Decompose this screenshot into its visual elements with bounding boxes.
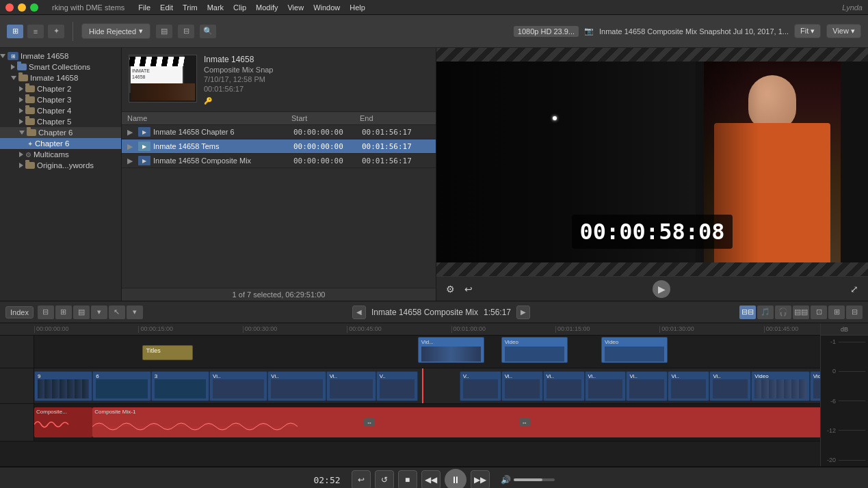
fit-btn[interactable]: Fit ▾ bbox=[794, 24, 821, 38]
table-row[interactable]: ▶ ▶ Inmate 14658 Composite Mix 00:00:00:… bbox=[122, 154, 436, 168]
minimize-button[interactable] bbox=[18, 3, 26, 12]
scope-canvas: -1 0 -6 -12 -20 bbox=[821, 336, 868, 466]
filmstrip-bg bbox=[754, 379, 806, 398]
timeline-back-btn[interactable]: ◀ bbox=[352, 306, 366, 319]
sidebar-item-chapter-2[interactable]: Chapter 2 bbox=[0, 83, 121, 94]
sidebar-item-chapter-6-sub[interactable]: ✦ Chapter 6 bbox=[0, 138, 121, 149]
sidebar-item-chapter-6[interactable]: Chapter 6 bbox=[0, 127, 121, 138]
viewer-play-pause-btn[interactable]: ▶ bbox=[653, 280, 670, 298]
clip-appearance-btn[interactable]: ▤ bbox=[73, 306, 90, 319]
timeline-tool-7[interactable]: ⊟ bbox=[846, 306, 863, 319]
sidebar-root[interactable]: ⊞ Inmate 14658 bbox=[0, 51, 121, 62]
hatch-bottom bbox=[436, 262, 868, 276]
search-btn[interactable]: 🔍 bbox=[200, 25, 216, 38]
maximize-button[interactable] bbox=[30, 3, 38, 12]
timeline-tool-4[interactable]: ▤▤ bbox=[793, 306, 809, 319]
inspector-view-btn[interactable]: ✦ bbox=[48, 25, 64, 38]
menu-window[interactable]: Window bbox=[313, 3, 340, 12]
view-btn[interactable]: View ▾ bbox=[826, 24, 861, 38]
fast-forward-btn[interactable]: ▶▶ bbox=[471, 470, 490, 488]
menu-mark[interactable]: Mark bbox=[207, 3, 224, 12]
main-vid-clip-11[interactable]: Vi.. bbox=[585, 371, 627, 401]
composite-mix-1-clip[interactable]: Composite Mix-1 •• •• bbox=[92, 407, 868, 437]
audio-track-label bbox=[0, 404, 34, 441]
stop-btn[interactable]: ■ bbox=[398, 470, 417, 488]
main-vid-clip-1[interactable]: 9 bbox=[34, 371, 92, 401]
main-vid-clip-14[interactable]: Vi.. bbox=[709, 371, 751, 401]
main-vid-clip-6[interactable]: Vi.. bbox=[326, 371, 376, 401]
main-vid-clip-8[interactable]: V.. bbox=[460, 371, 501, 401]
viewer-settings-btn[interactable]: ⚙ bbox=[443, 282, 458, 296]
composite-clip[interactable]: Composite... bbox=[34, 407, 92, 437]
tool-select-btn[interactable]: ↖ bbox=[109, 306, 125, 319]
preview-duration: 00:01:56:17 bbox=[204, 85, 274, 93]
library-view-btn[interactable]: ⊞ bbox=[7, 25, 23, 38]
main-vid-clip-4[interactable]: Vi.. bbox=[209, 371, 267, 401]
clip-height-btn[interactable]: ⊟ bbox=[38, 306, 54, 319]
viewer-expand-btn[interactable]: ⤢ bbox=[847, 282, 861, 296]
table-row[interactable]: ▶ ▶ Inmate 14658 Chapter 6 00:00:00:00 0… bbox=[122, 125, 436, 139]
main-vid-clip-15[interactable]: Video bbox=[751, 371, 809, 401]
loop-btn[interactable]: ↺ bbox=[375, 470, 394, 488]
row-name-1: Inmate 14658 Tems bbox=[153, 142, 293, 150]
main-vid-clip-2[interactable]: 6 bbox=[92, 371, 150, 401]
play-pause-btn[interactable]: ⏸ bbox=[445, 469, 466, 488]
table-header: Name Start End bbox=[122, 112, 436, 125]
rewind-btn[interactable]: ◀◀ bbox=[421, 470, 440, 488]
play-icon[interactable]: ▶ bbox=[127, 128, 135, 137]
main-vid-clip-13[interactable]: Vi.. bbox=[668, 371, 709, 401]
group-btn[interactable]: ⊟ bbox=[178, 25, 194, 38]
timeline-tool-5[interactable]: ⊡ bbox=[811, 306, 827, 319]
row-end-2: 00:01:56:17 bbox=[362, 157, 430, 165]
upper-vid-clip-2[interactable]: Video bbox=[501, 337, 568, 363]
timeline-view-btn[interactable]: ≡ bbox=[27, 25, 44, 38]
close-button[interactable] bbox=[5, 3, 14, 12]
filmstrip bbox=[588, 379, 623, 398]
sidebar-item-chapter-3[interactable]: Chapter 3 bbox=[0, 94, 121, 105]
clip-height-large-btn[interactable]: ⊞ bbox=[55, 306, 72, 319]
menu-clip[interactable]: Clip bbox=[233, 3, 246, 12]
timeline-tool-6[interactable]: ⊞ bbox=[828, 306, 845, 319]
sidebar-item-multicams[interactable]: ⚙ Multicams bbox=[0, 149, 121, 160]
menu-view[interactable]: View bbox=[287, 3, 304, 12]
index-btn[interactable]: Index bbox=[5, 306, 34, 318]
main-vid-clip-10[interactable]: Vi.. bbox=[543, 371, 585, 401]
col-start-header: Start bbox=[291, 114, 360, 122]
sidebar-item-originals[interactable]: Origina...ywords bbox=[0, 160, 121, 171]
upper-vid-clip-3[interactable]: Video bbox=[601, 337, 668, 363]
menu-edit[interactable]: Edit bbox=[160, 3, 173, 12]
timeline-tool-2[interactable]: 🎵 bbox=[757, 306, 774, 319]
hide-rejected-btn[interactable]: Hide Rejected ▾ bbox=[81, 23, 150, 39]
menu-modify[interactable]: Modify bbox=[256, 3, 278, 12]
main-vid-clip-7[interactable]: V.. bbox=[376, 371, 418, 401]
main-vid-clip-12[interactable]: Vi.. bbox=[626, 371, 668, 401]
titles-clip[interactable]: Titles bbox=[142, 345, 192, 360]
sidebar-label-chapter-3: Chapter 3 bbox=[37, 96, 72, 104]
main-vid-clip-9[interactable]: Vi.. bbox=[501, 371, 543, 401]
viewer-rewind-btn[interactable]: ↩ bbox=[462, 282, 475, 296]
menu-bar: rking with DME stems File Edit Trim Mark… bbox=[0, 0, 868, 15]
upper-vid-clip-1[interactable]: Vid... bbox=[418, 337, 485, 363]
main-vid-clip-5[interactable]: Vi.. bbox=[267, 371, 326, 401]
main-vid-clip-3[interactable]: 3 bbox=[151, 371, 209, 401]
sidebar-item-smart-collections[interactable]: Smart Collections bbox=[0, 62, 121, 72]
play-icon[interactable]: ▶ bbox=[127, 157, 135, 165]
timeline-forward-btn[interactable]: ▶ bbox=[516, 306, 530, 319]
preview-info: Inmate 14658 Composite Mix Snap 7/10/17,… bbox=[204, 55, 274, 105]
timeline-tool-1[interactable]: ⊟⊟ bbox=[739, 306, 756, 319]
menu-file[interactable]: File bbox=[138, 3, 150, 12]
tool-options-btn[interactable]: ▾ bbox=[127, 306, 143, 319]
sidebar-item-chapter-4[interactable]: Chapter 4 bbox=[0, 105, 121, 116]
skip-back-btn[interactable]: ↩ bbox=[352, 470, 371, 488]
sidebar-item-chapter-5[interactable]: Chapter 5 bbox=[0, 116, 121, 127]
clip-options-btn[interactable]: ▾ bbox=[91, 306, 107, 319]
sidebar-item-inmate-14658[interactable]: Inmate 14658 bbox=[0, 72, 121, 83]
viewer-panel: 00:00:58:08 ⚙ ↩ ▶ ⤢ bbox=[436, 48, 868, 301]
volume-slider[interactable] bbox=[514, 478, 555, 481]
timeline-tool-3[interactable]: 🎧 bbox=[775, 306, 791, 319]
play-icon[interactable]: ▶ bbox=[127, 142, 135, 151]
clip-appearance-btn[interactable]: ▤ bbox=[156, 25, 172, 38]
menu-help[interactable]: Help bbox=[350, 3, 365, 12]
menu-trim[interactable]: Trim bbox=[183, 3, 198, 12]
table-row[interactable]: ▶ ▶ Inmate 14658 Tems 00:00:00:00 00:01:… bbox=[122, 139, 436, 154]
